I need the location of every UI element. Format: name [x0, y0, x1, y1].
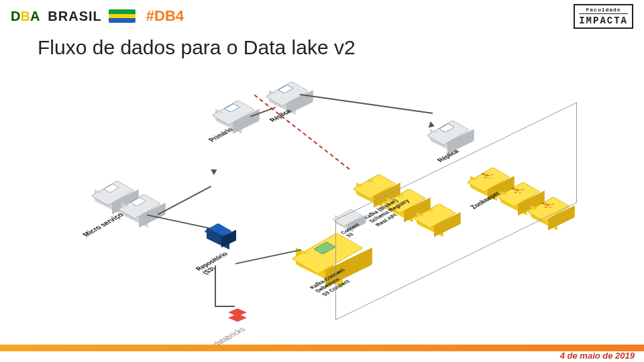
- line-s3-databricks-h: [215, 306, 235, 307]
- microservice-icon: [130, 197, 146, 206]
- zookeeper-box-3: ⛹: [530, 197, 568, 224]
- people-icon: ⛹: [508, 185, 527, 196]
- cluster-icon: ⁘: [424, 206, 437, 214]
- line-micro-primario: [158, 186, 211, 215]
- postgres-icon: [224, 103, 240, 113]
- impacta-text: IMPACTA: [579, 15, 628, 26]
- page-title: Fluxo de dados para o Data lake v2: [38, 36, 356, 59]
- microservice-box-2: [121, 194, 158, 221]
- dba-logo: DBA: [11, 9, 40, 24]
- kafka-connect-box: [295, 235, 360, 275]
- connect-icon: [313, 241, 336, 254]
- db4-tag: #DB4: [146, 7, 184, 25]
- primario-box: [215, 101, 252, 127]
- arrow-micro-primario: [211, 167, 219, 176]
- brasil-text: BRASIL: [48, 9, 101, 24]
- header: DBA BRASIL #DB4 Faculdade IMPACTA: [0, 4, 644, 28]
- logo-left: DBA BRASIL #DB4: [11, 7, 184, 25]
- diagram: Micro serviço Primário Réplica Réplica ⛹…: [0, 67, 644, 335]
- cluster-icon: ⁘: [364, 177, 377, 184]
- primario-label: Primário: [208, 127, 236, 143]
- replica2-label: Réplica: [436, 149, 462, 164]
- microservice-icon: [103, 184, 119, 193]
- impacta-logo: Faculdade IMPACTA: [574, 4, 633, 29]
- footer-bar: [0, 345, 644, 351]
- brazil-flag-icon: [109, 9, 136, 23]
- svg-marker-1: [228, 314, 247, 322]
- people-icon: ⛹: [478, 170, 496, 181]
- microservice-label: Micro serviço: [80, 212, 125, 238]
- footer-date: 4 de maio de 2019: [560, 351, 635, 361]
- line-s3-databricks-v: [215, 265, 216, 306]
- line-connect-s3: [235, 249, 301, 265]
- postgres-icon: [278, 84, 294, 94]
- line-replica1-replica2: [300, 94, 433, 114]
- people-icon: ⛹: [538, 200, 557, 210]
- databricks-icon: [228, 308, 247, 322]
- line-micro-s3: [147, 215, 213, 230]
- kafka-broker-box-3: ⁘: [416, 204, 453, 231]
- postgres-icon: [439, 123, 455, 133]
- impacta-sub: Faculdade: [579, 7, 628, 14]
